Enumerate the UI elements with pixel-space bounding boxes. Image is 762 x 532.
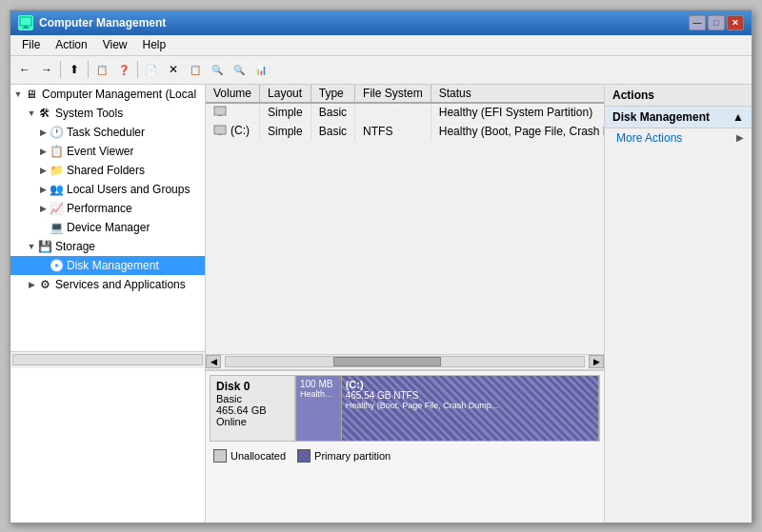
show-hide-button[interactable]: 📋 (91, 59, 112, 80)
system-status: Healthy (Boot, Page File, Crash Dump... (346, 401, 594, 410)
event-viewer-toggle[interactable]: ▶ (37, 146, 49, 157)
new-button[interactable]: 📄 (141, 59, 162, 80)
hscroll-right[interactable]: ▶ (589, 355, 604, 368)
legend-primary: Primary partition (297, 449, 391, 463)
primary-box (297, 449, 311, 463)
sidebar-item-local-users[interactable]: ▶ 👥 Local Users and Groups (10, 180, 205, 199)
disk-visual-panel: Disk 0 Basic 465.64 GB Online 100 MB Hea… (206, 370, 604, 522)
services-apps-label: Services and Applications (55, 278, 186, 291)
sidebar-item-shared-folders[interactable]: ▶ 📁 Shared Folders (10, 161, 205, 180)
app-icon (18, 15, 33, 30)
svg-rect-6 (218, 134, 222, 135)
sidebar-hscroll[interactable] (10, 351, 205, 368)
system-size: 465.54 GB NTFS (346, 390, 594, 401)
computer-icon: 🖥 (24, 87, 39, 102)
disk-type: Basic (216, 393, 289, 404)
storage-toggle[interactable]: ▼ (26, 241, 37, 252)
refresh-button[interactable]: 🔍 (207, 59, 228, 80)
disk-state: Online (216, 416, 289, 427)
local-users-icon: 👥 (49, 182, 64, 197)
disk-list-panel: Volume Layout Type File System Status (206, 85, 604, 370)
legend-unalloc: Unallocated (213, 449, 286, 463)
device-manager-icon: 💻 (49, 220, 64, 235)
menu-help[interactable]: Help (135, 36, 174, 53)
col-volume[interactable]: Volume (206, 85, 260, 103)
more-actions-label: More Actions (616, 131, 682, 145)
partition-efi[interactable]: 100 MB Healthy (EFI System Partition) (296, 376, 342, 441)
actions-panel: Actions Disk Management ▲ More Actions ▶ (604, 85, 752, 522)
toolbar-sep-3 (137, 61, 138, 78)
col-filesystem[interactable]: File System (355, 85, 431, 103)
sidebar-root[interactable]: ▼ 🖥 Computer Management (Local (10, 85, 205, 104)
sidebar-item-task-scheduler[interactable]: ▶ 🕐 Task Scheduler (10, 123, 205, 142)
sidebar-item-system-tools[interactable]: ▼ 🛠 System Tools (10, 104, 205, 123)
col-type[interactable]: Type (311, 85, 354, 103)
root-toggle[interactable]: ▼ (12, 89, 24, 100)
toolbar-sep-2 (88, 61, 89, 78)
disk-list-hscroll[interactable]: ◀ ▶ (206, 354, 604, 369)
disk-name: Disk 0 (216, 380, 289, 393)
disk-hscroll-thumb (333, 357, 441, 366)
partition-system[interactable]: (C:) 465.54 GB NTFS Healthy (Boot, Page … (342, 376, 599, 441)
table-row[interactable]: Simple Basic Healthy (EFI System Partiti… (206, 103, 604, 123)
task-scheduler-toggle[interactable]: ▶ (37, 127, 49, 138)
shared-folders-icon: 📁 (49, 163, 64, 178)
performance-toggle[interactable]: ▶ (37, 203, 49, 214)
toolbar-sep-1 (60, 61, 61, 78)
local-users-toggle[interactable]: ▶ (37, 184, 49, 195)
forward-button[interactable]: → (36, 59, 57, 80)
root-label: Computer Management (Local (42, 88, 196, 101)
row0-volume (206, 103, 260, 123)
row0-layout: Simple (260, 103, 311, 123)
svg-rect-3 (214, 107, 226, 115)
disk-hscroll-bar[interactable] (225, 356, 585, 367)
disk-table: Volume Layout Type File System Status (206, 85, 604, 142)
svg-rect-2 (22, 28, 30, 29)
export-button[interactable]: 📊 (251, 59, 271, 80)
sidebar-item-disk-management[interactable]: 💿 Disk Management (10, 256, 205, 275)
col-layout[interactable]: Layout (260, 85, 311, 103)
menu-action[interactable]: Action (48, 36, 94, 53)
disk-size: 465.64 GB (216, 404, 289, 416)
shared-folders-toggle[interactable]: ▶ (37, 165, 49, 176)
menu-view[interactable]: View (95, 36, 135, 53)
title-bar: Computer Management — □ ✕ (10, 10, 752, 35)
services-apps-toggle[interactable]: ▶ (26, 279, 37, 290)
svg-rect-5 (214, 126, 226, 134)
sidebar-item-storage[interactable]: ▼ 💾 Storage (10, 237, 205, 256)
up-button[interactable]: ⬆ (64, 59, 85, 80)
svg-rect-0 (20, 17, 31, 26)
row1-layout: Simple (260, 122, 311, 141)
minimize-button[interactable]: — (689, 15, 706, 30)
disk-label: Disk 0 Basic 465.64 GB Online (210, 375, 295, 442)
help-button[interactable]: ❓ (113, 59, 134, 80)
disk-list-content[interactable]: Volume Layout Type File System Status (206, 85, 604, 354)
back-button[interactable]: ← (14, 59, 35, 80)
event-viewer-label: Event Viewer (67, 145, 133, 158)
performance-icon: 📈 (49, 201, 64, 216)
search-button[interactable]: 🔍 (229, 59, 250, 80)
storage-label: Storage (55, 240, 95, 253)
sidebar-item-performance[interactable]: ▶ 📈 Performance (10, 199, 205, 218)
sidebar-item-event-viewer[interactable]: ▶ 📋 Event Viewer (10, 142, 205, 161)
services-apps-icon: ⚙ (37, 277, 52, 292)
properties-button[interactable]: 📋 (185, 59, 206, 80)
main-window: Computer Management — □ ✕ File Action Vi… (10, 10, 752, 523)
table-row[interactable]: (C:) Simple Basic NTFS Healthy (Boot, Pa… (206, 122, 604, 141)
actions-section-disk-management[interactable]: Disk Management ▲ (605, 107, 752, 128)
sidebar-scroll-thumb[interactable] (12, 354, 203, 365)
task-scheduler-icon: 🕐 (49, 125, 64, 140)
delete-button[interactable]: ✕ (163, 59, 184, 80)
close-button[interactable]: ✕ (727, 15, 744, 30)
hscroll-left[interactable]: ◀ (206, 355, 221, 368)
sidebar-item-device-manager[interactable]: 💻 Device Manager (10, 218, 205, 237)
more-actions-link[interactable]: More Actions ▶ (605, 128, 752, 148)
toolbar: ← → ⬆ 📋 ❓ 📄 ✕ 📋 🔍 🔍 📊 (10, 56, 752, 85)
shared-folders-label: Shared Folders (67, 164, 145, 177)
col-status[interactable]: Status (431, 85, 604, 103)
system-tools-toggle[interactable]: ▼ (26, 108, 37, 119)
unalloc-label: Unallocated (231, 450, 286, 462)
menu-file[interactable]: File (14, 36, 48, 53)
maximize-button[interactable]: □ (708, 15, 725, 30)
sidebar-item-services-apps[interactable]: ▶ ⚙ Services and Applications (10, 275, 205, 294)
